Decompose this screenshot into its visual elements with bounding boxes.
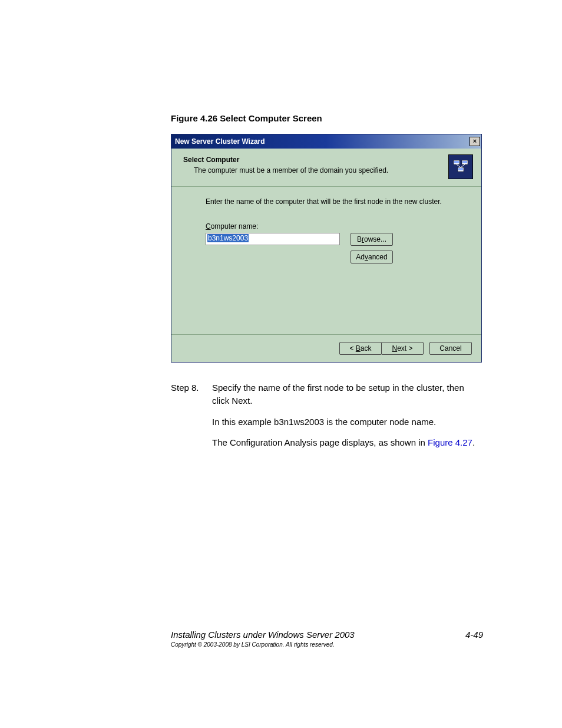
page-footer: Installing Clusters under Windows Server… (171, 630, 483, 640)
header-panel: Select Computer The computer must be a m… (171, 149, 481, 187)
browse-button[interactable]: Browse... (351, 233, 393, 246)
svg-line-6 (457, 164, 461, 167)
svg-line-7 (461, 164, 465, 167)
footer-title: Installing Clusters under Windows Server… (171, 630, 355, 640)
cancel-button[interactable]: Cancel (429, 342, 472, 355)
svg-rect-3 (462, 161, 467, 163)
figure-caption: Figure 4.26 Select Computer Screen (171, 113, 483, 123)
step-p1: Specify the name of the first node to be… (212, 381, 483, 407)
step-p3: The Configuration Analysis page displays… (212, 436, 483, 449)
dialog-title: New Server Cluster Wizard (175, 137, 265, 146)
close-button[interactable]: × (470, 137, 480, 146)
body-panel: Enter the name of the computer that will… (171, 187, 481, 334)
step-block: Step 8. Specify the name of the first no… (171, 381, 483, 457)
copyright: Copyright © 2003-2008 by LSI Corporation… (171, 641, 335, 648)
header-title: Select Computer (183, 156, 388, 164)
footer-panel: < Back Next > Cancel (171, 334, 481, 362)
next-button[interactable]: Next > (381, 342, 424, 355)
figure-link[interactable]: Figure 4.27 (428, 437, 472, 447)
cluster-icon (448, 154, 473, 179)
step-p2: In this example b3n1ws2003 is the comput… (212, 416, 483, 429)
svg-rect-1 (454, 161, 459, 163)
page-number: 4-49 (465, 630, 483, 640)
instruction-text: Enter the name of the computer that will… (206, 197, 458, 206)
wizard-dialog: New Server Cluster Wizard × Select Compu… (171, 134, 482, 363)
step-label: Step 8. (171, 381, 212, 457)
svg-rect-5 (458, 168, 463, 170)
computer-name-input[interactable]: b3n1ws2003 (206, 233, 340, 245)
computer-name-label: Computer name: (206, 222, 458, 230)
back-button[interactable]: < Back (339, 342, 382, 355)
header-subtitle: The computer must be a member of the dom… (183, 166, 388, 174)
titlebar: New Server Cluster Wizard × (171, 134, 481, 149)
advanced-button[interactable]: Advanced (351, 251, 393, 263)
